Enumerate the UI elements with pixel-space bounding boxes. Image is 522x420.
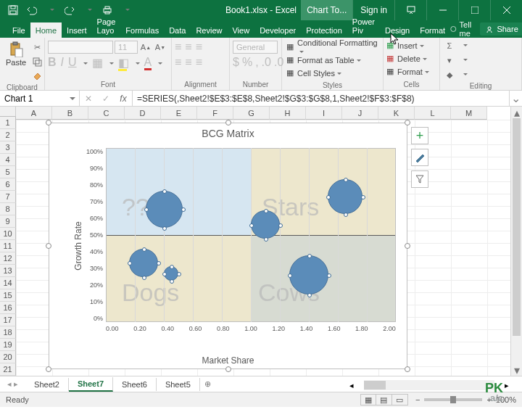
vertical-scrollbar[interactable]: ▴ ▾: [510, 107, 522, 376]
underline-dropdown[interactable]: [81, 56, 88, 69]
cell-styles-button[interactable]: ▦Cell Styles: [286, 67, 378, 79]
cancel-formula-icon[interactable]: ✕: [80, 94, 97, 104]
sheet-tab[interactable]: Sheet6: [113, 378, 157, 391]
chart-title[interactable]: BCG Matrix: [49, 123, 407, 142]
font-size-input[interactable]: 11: [115, 41, 138, 54]
row-header[interactable]: 10: [0, 228, 16, 240]
chart-filters-button[interactable]: [411, 170, 428, 188]
undo-icon[interactable]: [23, 2, 41, 18]
col-header[interactable]: K: [378, 107, 415, 120]
chart-handle[interactable]: [405, 243, 410, 249]
fill-dropdown[interactable]: [133, 56, 140, 69]
col-header[interactable]: A: [16, 107, 52, 120]
row-header[interactable]: 11: [0, 240, 16, 252]
row-header[interactable]: 13: [0, 265, 16, 277]
enter-formula-icon[interactable]: ✓: [97, 94, 115, 104]
delete-cells-button[interactable]: ▦Delete: [386, 52, 436, 65]
fill-dropdown[interactable]: [457, 54, 471, 67]
fill-color-icon[interactable]: ◧: [118, 56, 129, 70]
data-bubble[interactable]: [328, 179, 362, 214]
tab-protection[interactable]: Protection: [301, 22, 347, 38]
cells-area[interactable]: BCG Matrix Growth Rate 100%90%80%70%60%5…: [16, 120, 510, 376]
row-header[interactable]: 14: [0, 277, 16, 289]
format-cells-button[interactable]: ▦Format: [386, 65, 436, 78]
minimize-button[interactable]: [426, 0, 458, 20]
zoom-slider[interactable]: [424, 398, 482, 401]
font-name-input[interactable]: [48, 41, 113, 54]
row-header[interactable]: 8: [0, 203, 16, 215]
row-header[interactable]: 16: [0, 302, 16, 314]
col-header[interactable]: B: [52, 107, 88, 120]
format-painter-icon[interactable]: [30, 70, 44, 83]
tab-view[interactable]: View: [227, 22, 254, 38]
data-bubble[interactable]: [146, 191, 183, 228]
tab-design[interactable]: Design: [380, 22, 415, 38]
tab-developer[interactable]: Developer: [254, 22, 301, 38]
chart-handle[interactable]: [225, 120, 231, 125]
tab-insert[interactable]: Insert: [62, 22, 92, 38]
comma-icon[interactable]: ,: [255, 56, 258, 69]
row-header[interactable]: 21: [0, 363, 16, 376]
plot-area[interactable]: ??? Stars Dogs Cows: [106, 148, 396, 322]
chart-handle[interactable]: [46, 243, 51, 249]
align-top-icon[interactable]: ≡: [175, 41, 181, 54]
paste-button[interactable]: Paste: [3, 41, 29, 68]
bold-icon[interactable]: B: [48, 56, 57, 69]
row-header[interactable]: 17: [0, 314, 16, 326]
col-header[interactable]: E: [161, 107, 197, 120]
fill-icon[interactable]: ▾: [443, 54, 456, 67]
tab-powerpivot[interactable]: Power Piv: [347, 14, 380, 38]
col-header[interactable]: F: [197, 107, 233, 120]
row-header[interactable]: 15: [0, 289, 16, 302]
align-bottom-icon[interactable]: ≡: [196, 41, 202, 54]
conditional-formatting-button[interactable]: ▦Conditional Formatting: [286, 41, 378, 53]
save-icon[interactable]: [4, 2, 22, 18]
fontcolor-dropdown[interactable]: [156, 56, 162, 69]
percent-icon[interactable]: %: [242, 56, 252, 69]
col-header[interactable]: J: [342, 107, 378, 120]
row-header[interactable]: 4: [0, 154, 16, 166]
insert-cells-button[interactable]: ▦Insert: [386, 39, 436, 52]
align-right-icon[interactable]: ≡: [196, 56, 202, 69]
page-break-icon[interactable]: ▭: [392, 394, 408, 405]
border-icon[interactable]: ▦: [92, 56, 103, 70]
hscroll-thumb[interactable]: [364, 381, 386, 390]
name-box[interactable]: Chart 1: [0, 91, 80, 106]
x-axis-label[interactable]: Market Share: [202, 355, 254, 366]
increase-font-icon[interactable]: A▲: [139, 41, 152, 54]
align-left-icon[interactable]: ≡: [175, 56, 181, 69]
undo-dropdown[interactable]: [42, 2, 59, 18]
sheet-tab[interactable]: Sheet7: [69, 377, 113, 392]
tab-format[interactable]: Format: [415, 22, 450, 38]
col-header[interactable]: H: [270, 107, 306, 120]
currency-icon[interactable]: $: [233, 56, 239, 69]
select-all-corner[interactable]: [0, 107, 16, 117]
row-header[interactable]: 3: [0, 141, 16, 154]
redo-icon[interactable]: [61, 2, 78, 18]
row-header[interactable]: 1: [0, 117, 16, 129]
row-header[interactable]: 6: [0, 178, 16, 191]
scroll-up-icon[interactable]: ▴: [511, 107, 522, 118]
format-as-table-button[interactable]: ▦Format as Table: [286, 54, 378, 66]
chart-styles-button[interactable]: [411, 149, 428, 166]
scroll-thumb[interactable]: [513, 118, 521, 336]
new-sheet-button[interactable]: ⊕: [200, 379, 216, 389]
scroll-down-icon[interactable]: ▾: [511, 364, 522, 376]
data-bubble[interactable]: [164, 266, 178, 281]
decrease-font-icon[interactable]: A▼: [154, 41, 167, 54]
number-format-input[interactable]: General: [233, 41, 278, 54]
ribbon-options-icon[interactable]: [394, 0, 426, 20]
zoom-out-icon[interactable]: −: [415, 395, 420, 404]
chart-handle[interactable]: [46, 120, 51, 125]
sheet-tab[interactable]: Sheet5: [157, 378, 200, 391]
data-bubble[interactable]: [251, 210, 279, 239]
col-header[interactable]: D: [125, 107, 161, 120]
border-dropdown[interactable]: [107, 56, 114, 69]
sheet-tab[interactable]: Sheet2: [25, 378, 69, 391]
expand-formula-icon[interactable]: ⌄: [509, 91, 522, 106]
col-header[interactable]: C: [88, 107, 125, 120]
formula-input[interactable]: =SERIES(,Sheet2!$E$3:$E$8,Sheet2!$G$3:$G…: [133, 91, 509, 106]
tab-formulas[interactable]: Formulas: [120, 22, 164, 38]
row-header[interactable]: 19: [0, 339, 16, 351]
embedded-chart[interactable]: BCG Matrix Growth Rate 100%90%80%70%60%5…: [49, 123, 407, 369]
